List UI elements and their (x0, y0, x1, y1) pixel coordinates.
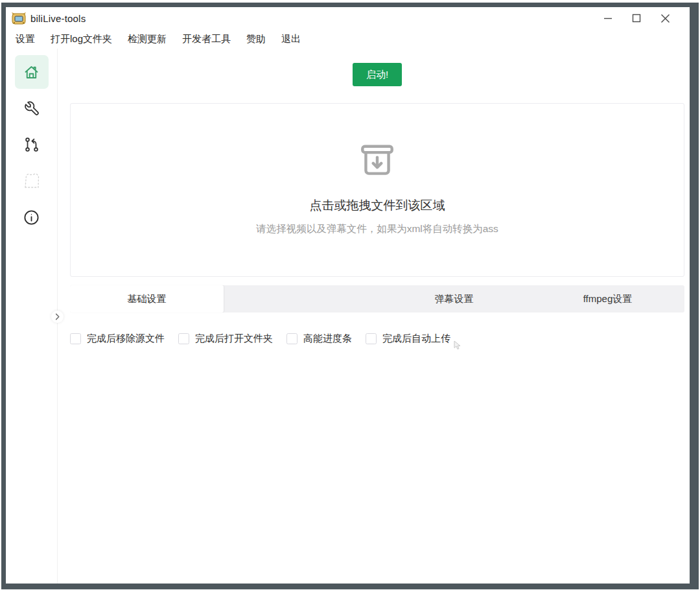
window-frame: biliLive-tools 设置 打开log文件夹 检 (1, 3, 699, 589)
app-logo-icon (11, 11, 27, 25)
minimize-button[interactable] (594, 8, 622, 28)
checkbox-highlight-progress[interactable] (286, 333, 298, 344)
sidebar-item-about[interactable] (15, 200, 49, 234)
sidebar (6, 49, 58, 584)
maximize-icon (632, 14, 641, 23)
option-label: 高能进度条 (303, 333, 352, 345)
tab-danmaku-settings[interactable]: 弹幕设置 (377, 285, 531, 313)
menu-bar: 设置 打开log文件夹 检测更新 开发者工具 赞助 退出 (6, 29, 690, 49)
menu-item-check-update[interactable]: 检测更新 (128, 33, 167, 45)
git-pull-request-icon (23, 136, 40, 153)
dropzone-subtitle: 请选择视频以及弹幕文件，如果为xml将自动转换为ass (256, 222, 498, 236)
title-bar: biliLive-tools (6, 7, 690, 29)
sidebar-item-convert[interactable] (15, 128, 49, 161)
app-window: biliLive-tools 设置 打开log文件夹 检 (6, 7, 690, 584)
option-remove-source-after-done[interactable]: 完成后移除源文件 (70, 333, 165, 345)
start-button[interactable]: 启动! (353, 63, 402, 86)
info-icon (23, 209, 40, 226)
window-controls (594, 8, 690, 28)
clip-dashed-icon (21, 171, 43, 191)
menu-item-devtools[interactable]: 开发者工具 (182, 33, 231, 45)
checkbox-remove-source[interactable] (70, 333, 81, 344)
option-open-folder-after-done[interactable]: 完成后打开文件夹 (178, 333, 273, 345)
home-icon (23, 64, 40, 81)
menu-item-donate[interactable]: 赞助 (246, 33, 266, 45)
tab-basic-settings[interactable]: 基础设置 (70, 285, 224, 313)
option-label: 完成后自动上传 (382, 333, 450, 345)
minimize-icon (603, 14, 612, 23)
menu-item-open-log-folder[interactable]: 打开log文件夹 (51, 33, 112, 45)
close-button[interactable] (651, 8, 679, 28)
option-auto-upload-after-done[interactable]: 完成后自动上传 (366, 333, 450, 345)
menu-item-exit[interactable]: 退出 (281, 33, 301, 45)
dropzone-title: 点击或拖拽文件到该区域 (310, 197, 445, 214)
maximize-button[interactable] (622, 8, 651, 28)
sidebar-item-tools[interactable] (15, 91, 49, 125)
main-content: 启动! 点击或拖拽文件到该区域 请选择视频以及弹幕文件，如果为xml将自动转换为… (58, 49, 690, 584)
checkbox-open-folder[interactable] (178, 333, 189, 344)
close-icon (660, 14, 670, 23)
settings-tab-bar: 基础设置 弹幕设置 ffmpeg设置 (70, 285, 684, 313)
checkbox-auto-upload[interactable] (366, 333, 377, 344)
option-highlight-progress-bar[interactable]: 高能进度条 (286, 333, 352, 345)
menu-item-settings[interactable]: 设置 (16, 33, 35, 45)
wrench-icon (23, 100, 40, 117)
archive-download-icon (357, 140, 397, 180)
option-label: 完成后移除源文件 (87, 333, 165, 345)
sidebar-item-home[interactable] (15, 55, 49, 89)
options-row: 完成后移除源文件 完成后打开文件夹 高能进度条 完成后自动上传 (70, 333, 684, 345)
tab-ffmpeg-settings[interactable]: ffmpeg设置 (531, 285, 684, 313)
tab-bar-spacer (224, 285, 377, 313)
window-title: biliLive-tools (30, 13, 86, 24)
mouse-cursor-icon (454, 340, 462, 350)
option-label: 完成后打开文件夹 (195, 333, 273, 345)
file-dropzone[interactable]: 点击或拖拽文件到该区域 请选择视频以及弹幕文件，如果为xml将自动转换为ass (70, 103, 684, 277)
sidebar-item-clip[interactable] (15, 164, 49, 198)
